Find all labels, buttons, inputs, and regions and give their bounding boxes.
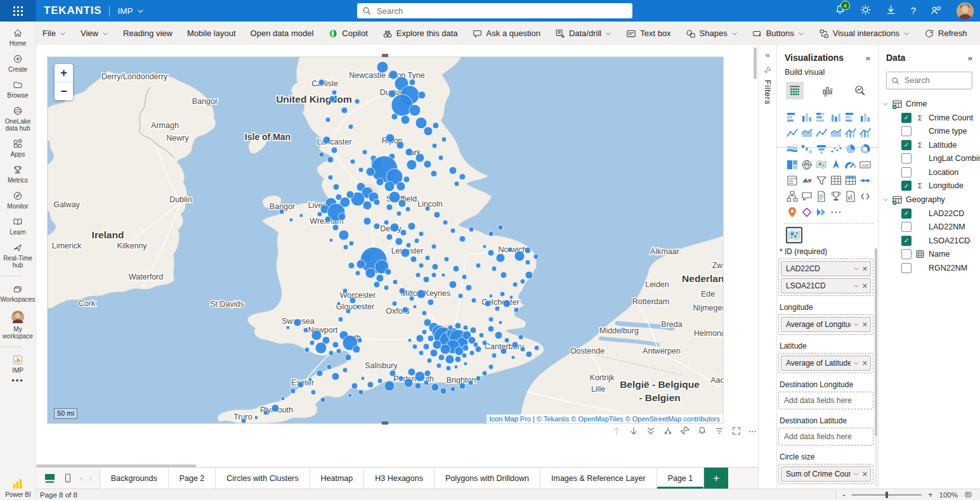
filter3-icon[interactable] bbox=[714, 426, 724, 436]
data-search[interactable] bbox=[886, 72, 972, 89]
field-row-latitude[interactable]: ✓ΣLatitude bbox=[882, 138, 977, 152]
field-row-crime-count[interactable]: ✓ΣCrime Count bbox=[882, 111, 977, 125]
field-row-lad22cd[interactable]: ✓LAD22CD bbox=[882, 207, 977, 221]
web-view-icon[interactable] bbox=[44, 473, 56, 484]
visual-type-funnel-icon[interactable] bbox=[814, 141, 828, 157]
arrow-up-icon[interactable] bbox=[611, 426, 622, 436]
visual-type-barv-icon[interactable] bbox=[799, 109, 814, 125]
field-pill[interactable]: Sum of Crime Count✕ bbox=[781, 466, 871, 482]
ribbon-item-explore-this-data[interactable]: Explore this data bbox=[382, 29, 458, 39]
remove-field-icon[interactable]: ✕ bbox=[862, 321, 868, 329]
attribution-link[interactable]: © OpenStreetMap contributors bbox=[624, 415, 720, 423]
feedback-button[interactable] bbox=[931, 4, 942, 18]
field-row-lad22nm[interactable]: LAD22NM bbox=[882, 221, 977, 234]
data-search-input[interactable] bbox=[903, 75, 980, 86]
ribbon-item-file[interactable]: File bbox=[42, 29, 66, 38]
attribution-link[interactable]: Icon Map Pro bbox=[490, 415, 531, 423]
double-down-icon[interactable] bbox=[646, 426, 656, 436]
sidebar-item-create[interactable]: Create bbox=[1, 54, 36, 73]
visual-type-scatter-icon[interactable] bbox=[828, 141, 843, 157]
visual-type-diamond-icon[interactable] bbox=[799, 204, 814, 220]
field-checkbox[interactable]: ✓ bbox=[901, 113, 911, 123]
more-options-icon[interactable]: ··· bbox=[963, 236, 972, 245]
field-row-crime-type[interactable]: Crime type bbox=[882, 125, 977, 139]
tab-build-visual[interactable] bbox=[786, 82, 804, 99]
field-row-lnglat-combin-[interactable]: LngLat Combin... bbox=[882, 152, 977, 166]
custom-visual-icon-map-pro[interactable] bbox=[786, 227, 802, 243]
sidebar-item-browse[interactable]: Browse bbox=[1, 80, 36, 99]
sidebar-item-real-time-hub[interactable]: Real-Time hub bbox=[1, 243, 36, 269]
visual-type-doc-icon[interactable] bbox=[814, 188, 828, 204]
page-tab-polygons-with-drilldown[interactable]: Polygons with Drilldown bbox=[434, 468, 540, 489]
icon-map-pro-visual[interactable]: United KingdomIrelandNederlandBelgië - B… bbox=[48, 57, 723, 423]
page-tab-h3-hexagons[interactable]: H3 Hexagons bbox=[364, 468, 434, 489]
chevron-down-icon[interactable] bbox=[853, 266, 859, 272]
sidebar-item-onelake-data-hub[interactable]: OneLake data hub bbox=[1, 106, 36, 132]
field-pill[interactable]: Average of Longitude✕ bbox=[781, 317, 871, 332]
filters-pane-title[interactable]: Filters bbox=[763, 80, 773, 105]
field-checkbox[interactable]: ✓ bbox=[901, 181, 911, 191]
visual-type-matrix-icon[interactable] bbox=[843, 172, 858, 188]
remove-field-icon[interactable]: ✕ bbox=[862, 265, 868, 273]
zoom-in-button[interactable]: + bbox=[55, 64, 73, 82]
well-dropzone[interactable]: LAD22CD✕LSOA21CD✕ bbox=[778, 259, 873, 296]
chevron-down-icon[interactable] bbox=[853, 283, 859, 289]
collapse-visualizations-button[interactable]: » bbox=[866, 53, 870, 63]
visual-type-barh2-icon[interactable] bbox=[814, 109, 828, 125]
well-dropzone[interactable]: Average of Longitude✕ bbox=[778, 314, 873, 335]
mobile-view-icon[interactable] bbox=[63, 473, 72, 484]
visual-type-barh-icon[interactable] bbox=[843, 109, 858, 125]
well-dropzone[interactable]: Average of Latitude✕ bbox=[778, 353, 873, 373]
ribbon-item-ask-a-question[interactable]: Ask a question bbox=[473, 29, 540, 39]
field-row-longitude[interactable]: ✓ΣLongitude bbox=[882, 179, 977, 193]
visual-type-donut-icon[interactable] bbox=[858, 141, 872, 157]
app-launcher-button[interactable] bbox=[0, 0, 36, 22]
table-row-geography[interactable]: Geography bbox=[882, 193, 977, 207]
visual-type-arrow-icon[interactable] bbox=[828, 157, 843, 172]
sidebar-item-workspaces[interactable]: Workspaces bbox=[1, 284, 36, 303]
visual-type-report-icon[interactable] bbox=[843, 188, 858, 204]
canvas-vertical-scrollbar[interactable] bbox=[754, 48, 757, 79]
settings-button[interactable] bbox=[860, 4, 871, 17]
field-checkbox[interactable] bbox=[901, 222, 911, 232]
field-row-rgn22nm[interactable]: RGN22NM bbox=[882, 261, 977, 275]
visual-type-dotsg-icon[interactable] bbox=[828, 204, 843, 220]
table-row-crime[interactable]: Crime bbox=[882, 97, 977, 111]
visual-type-slicer-icon[interactable] bbox=[785, 172, 799, 188]
visual-type-chatb-icon[interactable] bbox=[799, 188, 814, 204]
sidebar-item-my-workspace[interactable]: My workspace bbox=[1, 310, 36, 340]
page-tab-page-1[interactable]: Page 1 bbox=[657, 468, 705, 489]
visual-type-area-icon[interactable] bbox=[828, 125, 843, 141]
zoom-out-button[interactable]: - bbox=[842, 490, 846, 500]
sidebar-item-apps[interactable]: Apps bbox=[1, 139, 36, 158]
visual-type-barv2-icon[interactable] bbox=[828, 109, 843, 125]
visual-type-gauge-icon[interactable] bbox=[843, 157, 858, 172]
ribbon-item-data-drill[interactable]: Data/drill bbox=[555, 29, 611, 39]
page-tab-circles-with-clusters[interactable]: Circles with Clusters bbox=[216, 468, 310, 489]
visual-type-combo-icon[interactable] bbox=[858, 125, 872, 141]
field-checkbox[interactable]: ✓ bbox=[901, 208, 911, 219]
tab-scroll-left[interactable]: ‹ bbox=[80, 473, 82, 483]
chevron-down-icon[interactable] bbox=[882, 101, 889, 107]
field-checkbox[interactable] bbox=[901, 263, 911, 273]
visualizations-scrollbar[interactable] bbox=[875, 248, 877, 487]
visual-type-pie-icon[interactable] bbox=[843, 141, 858, 157]
well-dropzone-empty[interactable]: Add data fields here bbox=[778, 392, 873, 409]
zoom-slider-thumb[interactable] bbox=[885, 492, 888, 498]
search-input[interactable] bbox=[376, 6, 627, 16]
zoom-out-button[interactable]: − bbox=[55, 82, 73, 100]
attribution-link[interactable]: © Tekantis bbox=[537, 415, 569, 423]
arrow-down-icon[interactable] bbox=[629, 426, 639, 436]
workspace-switcher[interactable]: IMP bbox=[117, 6, 144, 16]
expand-filters-button[interactable]: « bbox=[765, 50, 769, 60]
drill-fork-icon[interactable] bbox=[663, 426, 673, 436]
remove-field-icon[interactable]: ✕ bbox=[862, 359, 868, 368]
zoom-in-button[interactable]: + bbox=[928, 490, 933, 499]
zoom-slider[interactable] bbox=[852, 494, 922, 496]
ribbon-item-text-box[interactable]: Text box bbox=[626, 29, 670, 39]
field-checkbox[interactable]: ✓ bbox=[901, 236, 911, 246]
ribbon-item-open-data-model[interactable]: Open data model bbox=[251, 29, 314, 38]
global-search[interactable] bbox=[357, 3, 632, 18]
ribbon-item-copilot[interactable]: Copilot bbox=[328, 29, 367, 39]
tab-analytics[interactable] bbox=[851, 82, 869, 99]
